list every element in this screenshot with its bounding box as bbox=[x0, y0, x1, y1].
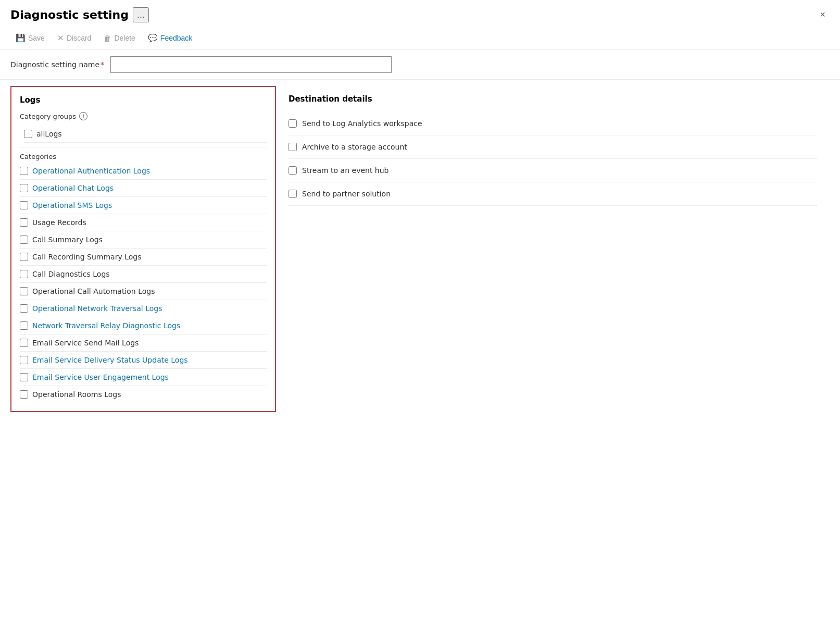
title-bar: Diagnostic setting ... × bbox=[0, 0, 840, 28]
delete-icon: 🗑 bbox=[104, 34, 111, 43]
label-cat2: Operational Chat Logs bbox=[32, 184, 114, 192]
category-row: Operational Network Traversal Logs bbox=[20, 300, 267, 317]
category-row: Operational Authentication Logs bbox=[20, 163, 267, 180]
category-row: Operational Chat Logs bbox=[20, 180, 267, 197]
destinations-list: Send to Log Analytics workspaceArchive t… bbox=[289, 112, 817, 206]
page-title: Diagnostic setting bbox=[10, 8, 129, 21]
delete-button[interactable]: 🗑 Delete bbox=[98, 31, 140, 45]
setting-name-input[interactable] bbox=[110, 56, 392, 73]
label-cat9: Operational Network Traversal Logs bbox=[32, 304, 162, 313]
checkbox-cat1[interactable] bbox=[20, 167, 28, 175]
alllogs-row: allLogs bbox=[24, 126, 267, 143]
category-row: Operational Call Automation Logs bbox=[20, 283, 267, 300]
label-cat12: Email Service Delivery Status Update Log… bbox=[32, 356, 188, 364]
label-cat6: Call Recording Summary Logs bbox=[32, 253, 141, 261]
checkbox-cat14[interactable] bbox=[20, 390, 28, 399]
checkbox-cat3[interactable] bbox=[20, 201, 28, 209]
alllogs-label: allLogs bbox=[36, 130, 62, 138]
dest-checkbox-dest2[interactable] bbox=[289, 143, 297, 151]
discard-button[interactable]: ✕ Discard bbox=[52, 31, 96, 45]
dest-checkbox-dest4[interactable] bbox=[289, 190, 297, 198]
category-groups-label: Category groups i bbox=[20, 112, 267, 120]
category-row: Operational Rooms Logs bbox=[20, 386, 267, 403]
label-cat8: Operational Call Automation Logs bbox=[32, 287, 155, 295]
alllogs-checkbox[interactable] bbox=[24, 130, 32, 138]
dest-label-dest1: Send to Log Analytics workspace bbox=[302, 119, 422, 128]
category-row: Email Service Delivery Status Update Log… bbox=[20, 352, 267, 369]
destination-row: Send to partner solution bbox=[289, 182, 817, 206]
feedback-button[interactable]: 💬 Feedback bbox=[143, 31, 197, 45]
category-row: Call Summary Logs bbox=[20, 231, 267, 249]
save-button[interactable]: 💾 Save bbox=[10, 31, 50, 45]
logs-panel: Logs Category groups i allLogs Categorie… bbox=[10, 86, 276, 412]
category-row: Call Recording Summary Logs bbox=[20, 249, 267, 266]
label-cat3: Operational SMS Logs bbox=[32, 201, 112, 209]
toolbar: 💾 Save ✕ Discard 🗑 Delete 💬 Feedback bbox=[0, 28, 840, 50]
checkbox-cat4[interactable] bbox=[20, 218, 28, 227]
label-cat5: Call Summary Logs bbox=[32, 235, 103, 244]
destination-row: Archive to a storage account bbox=[289, 135, 817, 159]
ellipsis-button[interactable]: ... bbox=[133, 7, 149, 22]
checkbox-cat13[interactable] bbox=[20, 373, 28, 381]
checkbox-cat7[interactable] bbox=[20, 270, 28, 278]
category-row: Email Service User Engagement Logs bbox=[20, 369, 267, 386]
label-cat1: Operational Authentication Logs bbox=[32, 167, 150, 175]
logs-panel-title: Logs bbox=[20, 95, 267, 105]
categories-list: Operational Authentication LogsOperation… bbox=[20, 163, 267, 403]
dest-label-dest4: Send to partner solution bbox=[302, 190, 391, 198]
checkbox-cat12[interactable] bbox=[20, 356, 28, 364]
category-groups-info-icon[interactable]: i bbox=[79, 112, 87, 120]
dest-label-dest2: Archive to a storage account bbox=[302, 143, 407, 151]
label-cat11: Email Service Send Mail Logs bbox=[32, 339, 139, 347]
category-row: Usage Records bbox=[20, 214, 267, 231]
dest-label-dest3: Stream to an event hub bbox=[302, 166, 388, 175]
main-content: Logs Category groups i allLogs Categorie… bbox=[0, 80, 840, 412]
checkbox-cat8[interactable] bbox=[20, 287, 28, 295]
category-row: Call Diagnostics Logs bbox=[20, 266, 267, 283]
destination-row: Stream to an event hub bbox=[289, 159, 817, 182]
category-row: Network Traversal Relay Diagnostic Logs bbox=[20, 317, 267, 334]
label-cat10: Network Traversal Relay Diagnostic Logs bbox=[32, 321, 180, 330]
destination-title: Destination details bbox=[289, 94, 817, 104]
checkbox-cat5[interactable] bbox=[20, 235, 28, 244]
categories-label: Categories bbox=[20, 153, 267, 160]
label-cat13: Email Service User Engagement Logs bbox=[32, 373, 169, 381]
destination-row: Send to Log Analytics workspace bbox=[289, 112, 817, 135]
label-cat7: Call Diagnostics Logs bbox=[32, 270, 110, 278]
close-button[interactable]: × bbox=[816, 7, 830, 22]
setting-name-label: Diagnostic setting name* bbox=[10, 60, 104, 69]
discard-icon: ✕ bbox=[57, 33, 64, 43]
label-cat4: Usage Records bbox=[32, 218, 86, 227]
checkbox-cat9[interactable] bbox=[20, 304, 28, 313]
category-row: Email Service Send Mail Logs bbox=[20, 334, 267, 352]
checkbox-cat10[interactable] bbox=[20, 321, 28, 330]
section-divider bbox=[20, 147, 267, 147]
setting-name-row: Diagnostic setting name* bbox=[0, 50, 840, 80]
save-icon: 💾 bbox=[16, 33, 26, 43]
label-cat14: Operational Rooms Logs bbox=[32, 390, 121, 399]
dest-checkbox-dest1[interactable] bbox=[289, 119, 297, 128]
destination-panel: Destination details Send to Log Analytic… bbox=[276, 86, 830, 412]
feedback-icon: 💬 bbox=[148, 33, 158, 43]
dest-checkbox-dest3[interactable] bbox=[289, 166, 297, 175]
required-star: * bbox=[101, 60, 104, 69]
checkbox-cat6[interactable] bbox=[20, 253, 28, 261]
category-row: Operational SMS Logs bbox=[20, 197, 267, 214]
checkbox-cat2[interactable] bbox=[20, 184, 28, 192]
checkbox-cat11[interactable] bbox=[20, 339, 28, 347]
